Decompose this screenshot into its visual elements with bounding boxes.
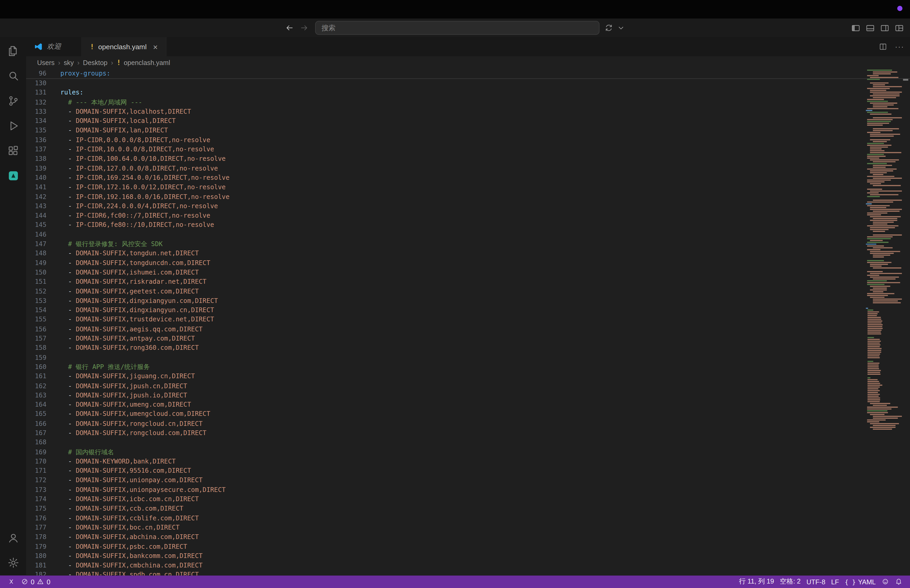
sync-icon[interactable]	[604, 23, 613, 32]
code-text: rules:	[60, 89, 84, 98]
code-line[interactable]: 159	[26, 353, 910, 362]
line-number: 171	[26, 467, 46, 476]
code-line[interactable]: 178 - DOMAIN-SUFFIX,abchina.com,DIRECT	[26, 533, 910, 542]
code-line[interactable]: 169 # 国内银行域名	[26, 448, 910, 457]
code-line[interactable]: 142 - IP-CIDR,192.168.0.0/16,DIRECT,no-r…	[26, 192, 910, 202]
code-line[interactable]: 158 - DOMAIN-SUFFIX,rong360.com,DIRECT	[26, 344, 910, 353]
code-line[interactable]: 151 - DOMAIN-SUFFIX,riskradar.net,DIRECT	[26, 278, 910, 287]
code-line[interactable]: 145 - IP-CIDR6,fe80::/10,DIRECT,no-resol…	[26, 221, 910, 230]
code-line[interactable]: 132 # --- 本地/局域网 ---	[26, 98, 910, 107]
line-number: 176	[26, 514, 46, 523]
code-line[interactable]: 162 - DOMAIN-SUFFIX,jpush.cn,DIRECT	[26, 381, 910, 391]
activity-settings-button[interactable]	[0, 550, 26, 575]
code-line[interactable]: 171 - DOMAIN-SUFFIX,95516.com,DIRECT	[26, 467, 910, 476]
code-text: # 银行 APP 推送/统计服务	[60, 362, 150, 372]
code-line[interactable]: 155 - DOMAIN-SUFFIX,trustdevice.net,DIRE…	[26, 315, 910, 325]
window-layout-controls	[851, 23, 904, 33]
code-line[interactable]: 172 - DOMAIN-SUFFIX,unionpay.com,DIRECT	[26, 476, 910, 485]
code-line[interactable]: 161 - DOMAIN-SUFFIX,jiguang.cn,DIRECT	[26, 372, 910, 381]
breadcrumb-file[interactable]: !openclash.yaml	[116, 59, 170, 67]
breadcrumb-item[interactable]: Users	[37, 59, 55, 66]
navigate-forward-button[interactable]	[299, 23, 309, 32]
code-line[interactable]: 149 - DOMAIN-SUFFIX,tongduncdn.com,DIREC…	[26, 258, 910, 268]
code-line[interactable]: 166 - DOMAIN-SUFFIX,rongcloud.cn,DIRECT	[26, 419, 910, 429]
code-line[interactable]: 175 - DOMAIN-SUFFIX,ccb.com,DIRECT	[26, 504, 910, 514]
code-line[interactable]: 141 - IP-CIDR,172.16.0.0/12,DIRECT,no-re…	[26, 183, 910, 192]
code-text: - DOMAIN-SUFFIX,riskradar.net,DIRECT	[60, 278, 207, 287]
code-line[interactable]: 148 - DOMAIN-SUFFIX,tongdun.net,DIRECT	[26, 249, 910, 258]
code-line[interactable]: 152 - DOMAIN-SUFFIX,geetest.com,DIRECT	[26, 287, 910, 296]
activity-account-button[interactable]	[0, 525, 26, 550]
code-line[interactable]: 170 - DOMAIN-KEYWORD,bank,DIRECT	[26, 457, 910, 467]
code-line[interactable]: 157 - DOMAIN-SUFFIX,antpay.com,DIRECT	[26, 334, 910, 344]
status-encoding[interactable]: UTF-8	[803, 575, 828, 588]
code-line[interactable]: 136 - IP-CIDR,0.0.0.0/8,DIRECT,no-resolv…	[26, 136, 910, 145]
status-cursor-position[interactable]: 行 11, 列 19	[736, 575, 777, 588]
code-line[interactable]: 140 - IP-CIDR,169.254.0.0/16,DIRECT,no-r…	[26, 173, 910, 183]
split-editor-icon[interactable]	[879, 42, 887, 51]
problems-button[interactable]: 00	[18, 575, 53, 588]
toggle-sidebar-left-icon[interactable]	[851, 23, 860, 33]
code-line[interactable]: 176 - DOMAIN-SUFFIX,ccblife.com,DIRECT	[26, 514, 910, 523]
code-text: - DOMAIN-SUFFIX,trustdevice.net,DIRECT	[60, 315, 214, 325]
run-debug-icon	[6, 119, 19, 132]
activity-explorer-button[interactable]	[0, 38, 26, 63]
code-line[interactable]: 137 - IP-CIDR,10.0.0.0/8,DIRECT,no-resol…	[26, 145, 910, 155]
code-line[interactable]: 173 - DOMAIN-SUFFIX,unionpaysecure.com,D…	[26, 485, 910, 495]
code-line[interactable]: 153 - DOMAIN-SUFFIX,dingxiangyun.com,DIR…	[26, 296, 910, 306]
code-line[interactable]: 160 # 银行 APP 推送/统计服务	[26, 362, 910, 372]
code-line[interactable]: 143 - IP-CIDR,224.0.0.0/4,DIRECT,no-reso…	[26, 202, 910, 212]
close-tab-icon[interactable]: ×	[153, 43, 158, 51]
code-line[interactable]: 130	[26, 79, 910, 89]
code-line[interactable]: 131rules:	[26, 89, 910, 98]
code-line[interactable]: 163 - DOMAIN-SUFFIX,jpush.io,DIRECT	[26, 391, 910, 400]
toggle-sidebar-right-icon[interactable]	[880, 23, 889, 33]
tab-欢迎[interactable]: 欢迎	[26, 37, 82, 57]
feedback-button[interactable]	[879, 575, 892, 588]
customize-layout-icon[interactable]	[894, 23, 904, 33]
activity-extensions-button[interactable]	[0, 138, 26, 163]
code-line[interactable]: 164 - DOMAIN-SUFFIX,umeng.com,DIRECT	[26, 400, 910, 410]
code-line[interactable]: 154 - DOMAIN-SUFFIX,dingxiangyun.cn,DIRE…	[26, 306, 910, 315]
activity-search-button[interactable]	[0, 63, 26, 88]
activity-run-debug-button[interactable]	[0, 113, 26, 138]
code-line[interactable]: 174 - DOMAIN-SUFFIX,icbc.com.cn,DIRECT	[26, 495, 910, 504]
code-line[interactable]: 156 - DOMAIN-SUFFIX,aegis.qq.com,DIRECT	[26, 325, 910, 334]
code-line[interactable]: 135 - DOMAIN-SUFFIX,lan,DIRECT	[26, 126, 910, 136]
code-line[interactable]: 179 - DOMAIN-SUFFIX,psbc.com,DIRECT	[26, 542, 910, 552]
activity-source-control-button[interactable]	[0, 88, 26, 113]
code-line[interactable]: 144 - IP-CIDR6,fc00::/7,DIRECT,no-resolv…	[26, 212, 910, 221]
status-eol[interactable]: LF	[828, 575, 842, 588]
code-line[interactable]: 168	[26, 438, 910, 448]
toggle-panel-icon[interactable]	[865, 23, 875, 33]
code-line[interactable]: 147 # 银行登录修复: 风控安全 SDK	[26, 239, 910, 249]
more-actions-icon[interactable]: ···	[895, 42, 904, 51]
code-line[interactable]: 138 - IP-CIDR,100.64.0.0/10,DIRECT,no-re…	[26, 155, 910, 164]
breadcrumb-item[interactable]: Desktop	[83, 59, 107, 66]
chevron-down-icon[interactable]	[616, 23, 626, 32]
notifications-button[interactable]	[892, 575, 905, 588]
activity-ai-assistant-button[interactable]	[0, 163, 26, 188]
command-center-search-input[interactable]	[315, 21, 600, 35]
code-line[interactable]: 181 - DOMAIN-SUFFIX,cmbchina.com,DIRECT	[26, 561, 910, 571]
code-line[interactable]: 177 - DOMAIN-SUFFIX,boc.cn,DIRECT	[26, 523, 910, 533]
status-language-mode[interactable]: { }YAML	[842, 575, 879, 588]
code-line[interactable]: 165 - DOMAIN-SUFFIX,umengcloud.com,DIREC…	[26, 410, 910, 419]
breadcrumb-item[interactable]: sky	[64, 59, 74, 66]
sticky-scroll-line[interactable]: 96proxy-groups:	[26, 69, 910, 79]
navigate-back-button[interactable]	[285, 23, 294, 32]
minimap[interactable]	[865, 69, 902, 430]
code-line[interactable]: 139 - IP-CIDR,127.0.0.0/8,DIRECT,no-reso…	[26, 164, 910, 173]
remote-indicator-button[interactable]	[5, 575, 18, 588]
status-indentation[interactable]: 空格: 2	[777, 575, 803, 588]
code-line[interactable]: 134 - DOMAIN-SUFFIX,local,DIRECT	[26, 116, 910, 126]
code-line[interactable]: 180 - DOMAIN-SUFFIX,bankcomm.com,DIRECT	[26, 552, 910, 561]
editor[interactable]: 96proxy-groups: 130131rules:132 # --- 本地…	[26, 69, 910, 575]
code-line[interactable]: 150 - DOMAIN-SUFFIX,ishumei.com,DIRECT	[26, 268, 910, 278]
line-number: 161	[26, 372, 46, 381]
code-line[interactable]: 167 - DOMAIN-SUFFIX,rongcloud.com,DIRECT	[26, 429, 910, 438]
tab-openclash.yaml[interactable]: !openclash.yaml×	[82, 37, 166, 57]
code-line[interactable]: 182 - DOMAIN-SUFFIX,spdb.com.cn,DIRECT	[26, 571, 910, 575]
code-line[interactable]: 146	[26, 230, 910, 239]
code-line[interactable]: 133 - DOMAIN-SUFFIX,localhost,DIRECT	[26, 107, 910, 117]
